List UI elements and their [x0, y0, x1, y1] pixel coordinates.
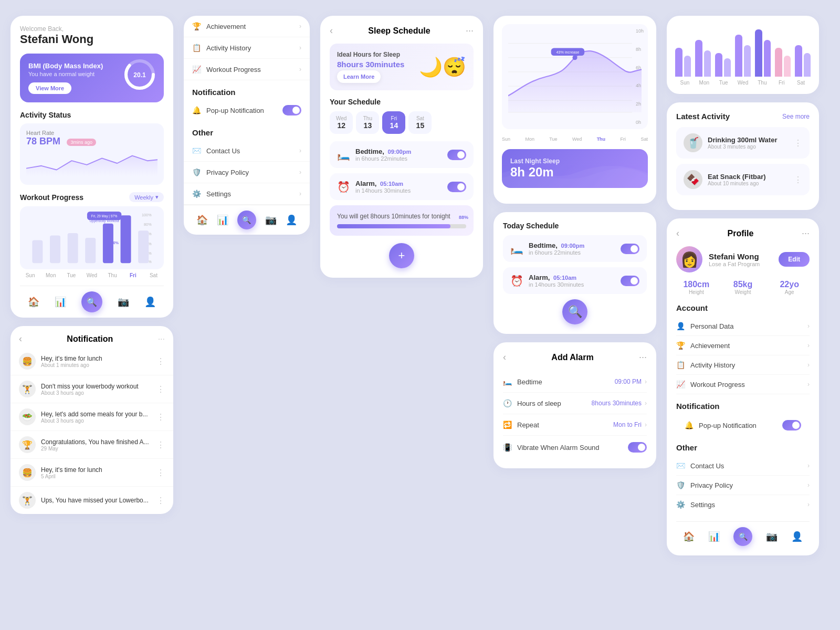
- notif-text-6: Ups, You have missed your Lowerbo...: [41, 497, 156, 504]
- sleep-more-button[interactable]: ···: [466, 25, 474, 36]
- activity-time-2: About 10 minutes ago: [708, 181, 794, 186]
- today-alarm-time: 05:10am: [553, 275, 576, 281]
- today-alarm-toggle[interactable]: [621, 276, 639, 286]
- notif-dots-4[interactable]: ⋮: [156, 440, 165, 450]
- workout-progress-item[interactable]: 📈 Workout Progress ›: [184, 59, 310, 80]
- p-nav-chart[interactable]: 📊: [708, 531, 720, 542]
- s-nav-home[interactable]: 🏠: [196, 214, 208, 226]
- popup-notif-toggle[interactable]: [282, 105, 301, 116]
- nav-camera-icon[interactable]: 📷: [118, 296, 129, 308]
- heart-rate-card: Heart Rate 78 BPM 3mins ago: [20, 123, 164, 185]
- col-main-app: Welcome Back, Stefani Wong 20.1 BMI (Bod…: [10, 16, 173, 514]
- notif-dots-5[interactable]: ⋮: [156, 468, 165, 478]
- achievement-label: Achievement: [206, 23, 299, 30]
- today-bedtime-toggle[interactable]: [621, 244, 639, 254]
- sleep-schedule-title: Sleep Schedule: [368, 26, 430, 36]
- p-nav-camera[interactable]: 📷: [766, 531, 778, 542]
- bar-group-mon: [695, 40, 711, 77]
- s-nav-chart[interactable]: 📊: [217, 214, 228, 226]
- profile-contact-item[interactable]: ✉️ Contact Us ›: [676, 456, 810, 476]
- workout-progress-section: Workout Progress Weekly ▾ 100% 80% 60% 4…: [20, 192, 164, 278]
- profile-settings-item[interactable]: ⚙️ Settings ›: [676, 495, 810, 514]
- profile-workout-item[interactable]: 📈 Workout Progress ›: [676, 375, 810, 394]
- settings-item[interactable]: ⚙️ Settings ›: [184, 183, 310, 205]
- profile-achievement-item[interactable]: 🏆 Achievement ›: [676, 336, 810, 355]
- notif-dots-3[interactable]: ⋮: [156, 412, 165, 422]
- alarm-toggle[interactable]: [447, 182, 466, 192]
- today-bedtime-label: Bedtime,: [529, 242, 558, 249]
- day-tab-thu[interactable]: Thu 13: [356, 111, 379, 134]
- day-tab-fri[interactable]: Fri 14: [382, 111, 405, 134]
- learn-more-button[interactable]: Learn More: [337, 70, 381, 83]
- achievement-item[interactable]: 🏆 Achievement ›: [184, 16, 310, 37]
- x-sun: Sun: [502, 136, 510, 142]
- weekly-filter[interactable]: Weekly ▾: [129, 192, 164, 202]
- p-nav-home[interactable]: 🏠: [683, 531, 695, 542]
- nav-search-button[interactable]: 🔍: [81, 291, 102, 312]
- view-more-button[interactable]: View More: [28, 82, 71, 94]
- heart-rate-badge: 3mins ago: [67, 139, 96, 146]
- p-nav-search[interactable]: 🔍: [733, 527, 752, 546]
- profile-popup-toggle[interactable]: [782, 420, 801, 430]
- tonight-sleep-box: You will get 8hours 10minutes for tonigh…: [330, 205, 474, 236]
- latest-activity-card: Latest Activity See more 🥤 Drinking 300m…: [667, 102, 819, 210]
- profile-back-button[interactable]: ‹: [676, 228, 679, 239]
- vibrate-toggle[interactable]: [628, 442, 647, 453]
- age-label: Age: [769, 289, 810, 295]
- day-tab-wed[interactable]: Wed 12: [330, 111, 353, 134]
- bar-tue-1: [715, 53, 722, 77]
- more-options-icon[interactable]: ···: [158, 334, 165, 344]
- s-nav-camera[interactable]: 📷: [265, 214, 277, 226]
- notif-dots-1[interactable]: ⋮: [156, 356, 165, 366]
- personal-data-item[interactable]: 👤 Personal Data ›: [676, 317, 810, 336]
- profile-more-button[interactable]: ···: [802, 228, 810, 239]
- bedtime-toggle[interactable]: [447, 150, 466, 160]
- s-nav-search[interactable]: 🔍: [237, 211, 256, 229]
- workout-section-title: Workout Progress: [20, 193, 83, 202]
- alarm-more-button[interactable]: ···: [639, 352, 647, 363]
- see-more-link[interactable]: See more: [782, 113, 810, 120]
- bar-label-tue: Tue: [714, 80, 733, 86]
- edit-profile-button[interactable]: Edit: [779, 252, 810, 267]
- activity-more-2[interactable]: ⋮: [794, 175, 802, 185]
- alarm-schedule-item: ⏰ Alarm, 05:10am in 14hours 30minutes: [330, 173, 474, 200]
- your-schedule-title: Your Schedule: [330, 98, 474, 106]
- nav-profile-icon[interactable]: 👤: [144, 296, 156, 308]
- profile-privacy-item[interactable]: 🛡️ Privacy Policy ›: [676, 476, 810, 495]
- ideal-sleep-box: Ideal Hours for Sleep 8hours 30minutes L…: [330, 44, 474, 90]
- profile-activity-item[interactable]: 📋 Activity History ›: [676, 355, 810, 375]
- nav-home-icon[interactable]: 🏠: [28, 296, 39, 308]
- notif-dots-6[interactable]: ⋮: [156, 496, 165, 506]
- bedtime-info: Bedtime, 09:00pm in 6hours 22minutes: [355, 148, 447, 162]
- workout-progress-label: Workout Progress: [206, 66, 299, 74]
- privacy-policy-item[interactable]: 🛡️ Privacy Policy ›: [184, 162, 310, 183]
- privacy-chevron-p: ›: [807, 481, 810, 489]
- s-nav-profile[interactable]: 👤: [286, 214, 297, 226]
- activity-history-item[interactable]: 📋 Activity History ›: [184, 37, 310, 59]
- sleep-back-button[interactable]: ‹: [330, 25, 333, 36]
- today-alarm-title: Alarm, 05:10am: [529, 274, 621, 281]
- workout-day-labels: Sun Mon Tue Wed Thu Fri Sat: [20, 272, 164, 278]
- alarm-repeat-value: Mon to Fri: [613, 421, 642, 428]
- contact-us-item[interactable]: ✉️ Contact Us ›: [184, 140, 310, 162]
- user-name: Stefani Wong: [20, 33, 164, 46]
- day-tab-sat[interactable]: Sat 15: [408, 111, 432, 134]
- back-button[interactable]: ‹: [19, 333, 22, 344]
- alarm-back-button[interactable]: ‹: [503, 352, 506, 363]
- activity-more-1[interactable]: ⋮: [794, 138, 802, 148]
- day-num-wed: 12: [337, 121, 345, 130]
- notif-dots-2[interactable]: ⋮: [156, 384, 165, 394]
- profile-bottom-nav: 🏠 📊 🔍 📷 👤: [676, 521, 810, 546]
- activity-time-1: About 3 minutes ago: [708, 144, 794, 150]
- bar-sat-1: [795, 45, 802, 77]
- alarm-repeat-label: Repeat: [517, 421, 613, 429]
- notif-time-2: About 3 hours ago: [41, 390, 156, 396]
- activity-history-label: Activity History: [206, 44, 299, 52]
- nav-chart-icon[interactable]: 📊: [55, 296, 66, 308]
- profile-name-wrap: Stefani Wong Lose a Fat Program: [709, 252, 772, 267]
- add-button[interactable]: +: [389, 243, 414, 268]
- p-nav-profile[interactable]: 👤: [791, 531, 803, 542]
- height-value: 180cm: [676, 280, 717, 289]
- notif-text-5: Hey, it's time for lunch 5 April: [41, 466, 156, 479]
- today-search-button[interactable]: 🔍: [562, 299, 587, 324]
